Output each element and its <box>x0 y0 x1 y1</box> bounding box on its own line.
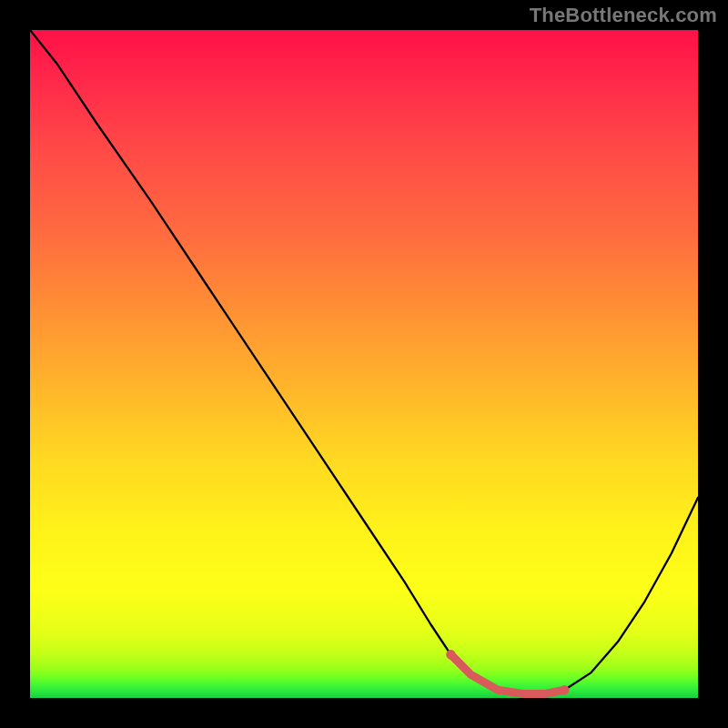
plot-gradient-background <box>30 30 698 698</box>
chart-frame: TheBottleneck.com <box>0 0 728 728</box>
attribution-text: TheBottleneck.com <box>530 4 717 27</box>
